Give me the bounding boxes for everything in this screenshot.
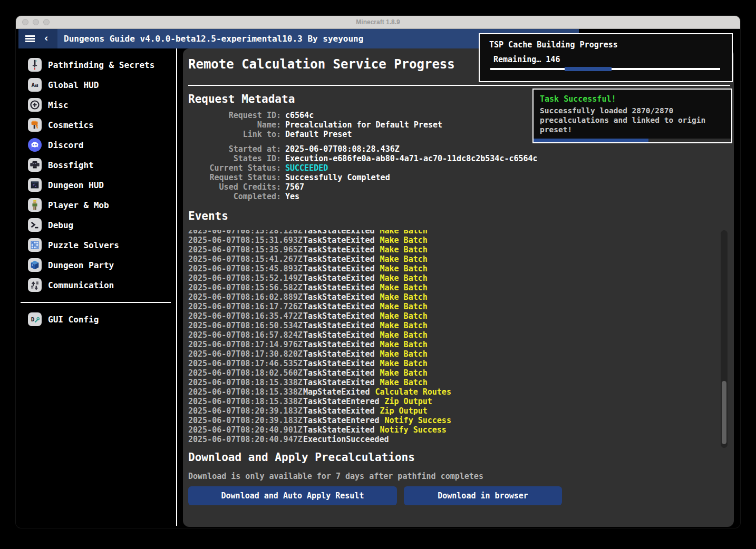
sidebar-item-pathfinding-secrets[interactable]: Pathfinding & Secrets <box>18 55 176 75</box>
event-row: 2025-06-07T08:17:30.820ZTaskStateExitedM… <box>188 349 715 359</box>
event-row: 2025-06-07T08:16:57.824ZTaskStateExitedM… <box>188 330 715 340</box>
event-row: 2025-06-07T08:15:31.693ZTaskStateExitedM… <box>188 236 715 245</box>
metadata-value: Successfully Completed <box>285 173 390 182</box>
sidebar-item-label: Cosmetics <box>48 120 94 130</box>
download-heading: Download and Apply Precalculations <box>188 451 415 464</box>
metadata-row: States ID:Execution-e686fe0a-ab80-4a71-a… <box>188 154 538 163</box>
metadata-heading: Request Metadata <box>188 93 295 105</box>
metadata-row: Name:Precalculation for Default Preset <box>188 120 538 130</box>
events-scrollbar-thumb[interactable] <box>722 381 726 444</box>
sidebar-item-player-mob[interactable]: Player & Mob <box>18 195 176 215</box>
sidebar-item-label: Player & Mob <box>48 200 109 210</box>
event-row: 2025-06-07T08:20:40.901ZTaskStateExitedN… <box>188 425 715 435</box>
aa-text-icon: Aa <box>28 78 42 92</box>
event-row: 2025-06-07T08:20:40.947ZExecutionSucceed… <box>188 435 715 444</box>
metadata-row: Request ID:c6564c <box>188 111 538 120</box>
task-success-popup: Task Successful! Successfully loaded 287… <box>532 89 732 143</box>
metadata-table: Request ID:c6564c Name:Precalculation fo… <box>188 111 538 201</box>
title-divider <box>188 85 730 86</box>
status-badge: SUCCEEDED <box>285 163 328 173</box>
sidebar-item-gui-config[interactable]: D GUI Config <box>18 309 176 329</box>
sort-arrows-icon <box>28 278 42 292</box>
events-log[interactable]: 2025-06-07T08:15:28.120ZTaskStateExitedM… <box>188 230 715 447</box>
event-row: 2025-06-07T08:20:39.183ZTaskStateEntered… <box>188 416 715 425</box>
task-popup-timer-bar <box>534 139 731 142</box>
download-auto-apply-button[interactable]: Download and Auto Apply Result <box>188 486 397 505</box>
sidebar-item-cosmetics[interactable]: Cosmetics <box>18 115 176 135</box>
download-buttons: Download and Auto Apply Result Download … <box>188 486 562 505</box>
metadata-value: Precalculation for Default Preset <box>285 120 442 130</box>
metadata-value: 7567 <box>285 182 304 192</box>
events-scrollbar[interactable] <box>721 230 728 448</box>
metadata-value: 2025-06-07T08:08:28.436Z <box>285 144 400 154</box>
download-in-browser-button[interactable]: Download in browser <box>404 486 562 505</box>
metadata-label: Request ID: <box>188 111 281 120</box>
sidebar-panel-divider <box>176 48 177 526</box>
sidebar-item-bossfight[interactable]: Bossfight <box>18 155 176 175</box>
metadata-row: Link to:Default Preset <box>188 130 538 139</box>
wither-skull-icon <box>28 158 42 172</box>
task-success-title: Task Successful! <box>540 94 616 104</box>
orange-armor-icon <box>28 118 42 132</box>
metadata-row: Current Status:SUCCEEDED <box>188 163 538 173</box>
event-row: 2025-06-07T08:15:35.965ZTaskStateExitedM… <box>188 245 715 254</box>
event-row: 2025-06-07T08:18:15.338ZTaskStateExitedM… <box>188 378 715 387</box>
app-title: Dungeons Guide v4.0.0-beta12.5-experimen… <box>64 34 363 44</box>
sidebar-item-misc[interactable]: Misc <box>18 95 176 115</box>
metadata-label: Link to: <box>188 130 281 139</box>
sidebar-item-label: Pathfinding & Secrets <box>48 60 154 70</box>
sidebar-item-label: Misc <box>48 100 69 110</box>
sidebar-item-discord[interactable]: Discord <box>18 135 176 155</box>
sidebar-item-label: Dungeon Party <box>48 260 114 270</box>
metadata-label: Completed: <box>188 192 281 201</box>
svg-text:D: D <box>31 316 35 323</box>
sidebar-item-label: Bossfight <box>48 160 94 170</box>
minecraft-window: Minecraft 1.8.9 ‹ Dungeons Guide v4.0.0-… <box>16 16 740 528</box>
sidebar-item-global-hud[interactable]: Aa Global HUD <box>18 75 176 95</box>
task-popup-timer-fill <box>534 139 648 142</box>
sidebar-divider <box>21 302 171 303</box>
menu-icon[interactable] <box>25 35 35 42</box>
event-row: 2025-06-07T08:15:28.120ZTaskStateExitedM… <box>188 230 715 236</box>
event-row: 2025-06-07T08:16:50.534ZTaskStateExitedM… <box>188 321 715 330</box>
tsp-progress-popup: TSP Cache Building Progress Remaining… 1… <box>479 33 733 82</box>
d-wrench-icon: D <box>28 312 42 326</box>
event-row: 2025-06-07T08:18:02.560ZTaskStateExitedM… <box>188 368 715 378</box>
sidebar-item-dungeon-party[interactable]: Dungeon Party <box>18 255 176 275</box>
blue-cube-icon <box>28 258 42 272</box>
metadata-label: Current Status: <box>188 163 281 173</box>
metadata-row: Completed:Yes <box>188 192 538 201</box>
event-row: 2025-06-07T08:15:45.893ZTaskStateExitedM… <box>188 264 715 273</box>
player-figure-icon <box>28 198 42 212</box>
window-title: Minecraft 1.8.9 <box>16 18 740 26</box>
metadata-label: Name: <box>188 120 281 130</box>
metadata-label: States ID: <box>188 154 281 163</box>
tsp-remaining-count: Remaining… 146 <box>493 55 560 64</box>
metadata-label: Used Credits: <box>188 182 281 192</box>
event-row: 2025-06-07T08:18:15.338ZMapStateExitedCa… <box>188 387 715 397</box>
discord-logo-icon <box>28 138 42 152</box>
sidebar-item-puzzle-solvers[interactable]: Puzzle Solvers <box>18 235 176 255</box>
sidebar-item-label: GUI Config <box>48 315 99 325</box>
sidebar-item-label: Global HUD <box>48 80 99 90</box>
events-heading: Events <box>188 210 228 222</box>
metadata-row: Used Credits:7567 <box>188 182 538 192</box>
event-row: 2025-06-07T08:20:39.183ZTaskStateExitedZ… <box>188 406 715 416</box>
dark-block-icon <box>28 178 42 192</box>
header-button-group <box>18 29 57 48</box>
event-row: 2025-06-07T08:15:41.267ZTaskStateExitedM… <box>188 254 715 264</box>
sidebar-item-label: Discord <box>48 140 83 150</box>
metadata-value: Yes <box>285 192 299 201</box>
macos-titlebar: Minecraft 1.8.9 <box>16 16 740 29</box>
sidebar-item-label: Debug <box>48 220 73 230</box>
download-note: Download is only available for 7 days af… <box>188 472 483 481</box>
sidebar-item-debug[interactable]: Debug <box>18 215 176 235</box>
sidebar-item-dungeon-hud[interactable]: Dungeon HUD <box>18 175 176 195</box>
svg-text:Aa: Aa <box>31 82 38 89</box>
sidebar-item-communication[interactable]: Communication <box>18 275 176 295</box>
tsp-progress-segment <box>565 67 612 71</box>
event-row: 2025-06-07T08:16:35.472ZTaskStateExitedM… <box>188 311 715 321</box>
page-title: Remote Calculation Service Progress <box>188 57 455 72</box>
metadata-label: Request Status: <box>188 173 281 182</box>
back-chevron-icon[interactable]: ‹ <box>43 32 49 44</box>
